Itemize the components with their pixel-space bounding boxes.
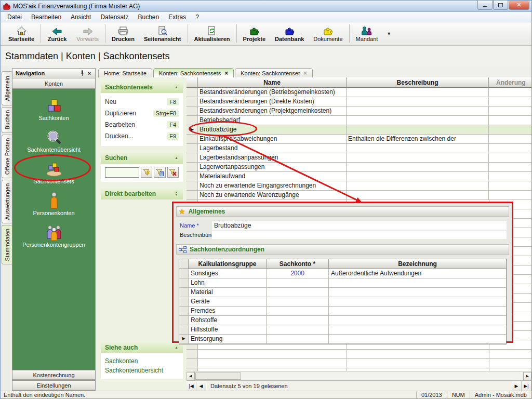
name-field[interactable]: Bruttoabzüge <box>212 221 507 230</box>
assignment-row[interactable]: Rohstoffe <box>179 316 506 325</box>
table-row[interactable]: Noch zu erwartende Eingangsrechnungen <box>187 181 531 191</box>
tab-konten-sachkontenset[interactable]: Konten: Sachkontenset × <box>235 68 313 77</box>
tab-konten-sachkontensets[interactable]: Konten: Sachkontensets × <box>153 68 234 77</box>
minimize-button[interactable] <box>477 1 493 10</box>
vorwaerts-button[interactable]: Vorwärts <box>72 23 103 44</box>
zurueck-button[interactable]: Zurück <box>43 23 72 44</box>
allgemeines-section-header[interactable]: ★ Allgemeines <box>176 206 509 217</box>
nav-button-einstellungen[interactable]: Einstellungen <box>12 380 95 390</box>
sachkontenzuordnungen-section-header[interactable]: Sachkontenzuordnungen <box>176 244 509 255</box>
menu-datei[interactable]: Datei <box>3 12 26 22</box>
menu-buchen[interactable]: Buchen <box>133 12 164 22</box>
row-selector[interactable] <box>179 278 189 288</box>
cell-sachkonto[interactable] <box>267 307 329 316</box>
row-selector[interactable] <box>187 153 198 163</box>
menu-hilfe[interactable]: ? <box>191 12 204 22</box>
seitenansicht-button[interactable]: Seitenansicht <box>139 23 186 44</box>
menu-datensatz[interactable]: Datensatz <box>96 12 133 22</box>
table-row[interactable]: Bestandsveränderungen (Direkte Kosten) <box>187 97 531 107</box>
table-row[interactable]: Lagerbestand <box>187 144 531 153</box>
cell-sachkonto[interactable]: 2000 <box>267 269 329 278</box>
last-record-button[interactable]: ▶| <box>522 381 531 391</box>
next-record-button[interactable]: ▶ <box>512 381 522 391</box>
close-icon[interactable]: × <box>86 70 93 76</box>
actions-card-header[interactable]: Sachkontensets ▲ <box>101 81 183 93</box>
first-record-button[interactable]: |◀ <box>187 381 196 391</box>
row-selector[interactable] <box>187 172 198 181</box>
side-tab-buchen[interactable]: Buchen <box>2 107 12 133</box>
scroll-right-icon[interactable]: ▶ <box>523 372 531 380</box>
startseite-button[interactable]: Startseite <box>4 23 39 44</box>
cell-sachkonto[interactable] <box>267 325 329 335</box>
dokumente-button[interactable]: Dokumente <box>309 23 347 44</box>
expand-icon[interactable]: ▲▼ <box>173 190 180 197</box>
datenbank-button[interactable]: Datenbank <box>270 23 309 44</box>
cell-sachkonto[interactable] <box>267 297 329 307</box>
mandant-button[interactable]: Mandant <box>351 23 383 44</box>
filter-define-button[interactable] <box>154 167 165 178</box>
see-also-header[interactable]: Siehe auch ▲ <box>101 341 183 353</box>
row-selector[interactable] <box>187 97 198 107</box>
nav-button-kostenrechnung[interactable]: Kostenrechnung <box>12 370 95 380</box>
row-selector[interactable] <box>187 191 198 200</box>
assignment-row[interactable]: Material <box>179 288 506 297</box>
previous-record-button[interactable]: ◀ <box>196 381 206 391</box>
link-sachkontenuebersicht[interactable]: Sachkontenübersicht <box>105 366 179 375</box>
assignment-row[interactable]: Fremdes <box>179 307 506 316</box>
row-selector[interactable] <box>179 269 189 278</box>
assignment-row[interactable]: Geräte <box>179 297 506 307</box>
side-tab-allgemein[interactable]: Allgemein <box>2 71 12 105</box>
table-row[interactable]: ▶Bruttoabzüge <box>187 125 531 135</box>
nav-item-personenkontengruppen[interactable]: Personenkontengruppen <box>12 224 95 248</box>
column-header-kalkulationsgruppe[interactable]: Kalkulationsgruppe <box>189 259 267 269</box>
pin-icon[interactable] <box>78 70 86 77</box>
command-bearbeiten[interactable]: Bearbeiten F4 <box>105 119 179 130</box>
row-selector[interactable] <box>187 88 198 97</box>
nav-item-personenkonten[interactable]: Personenkonten <box>12 192 95 216</box>
link-sachkonten[interactable]: Sachkonten <box>105 356 179 366</box>
nav-item-sachkonten[interactable]: Sachkonten <box>12 97 95 121</box>
column-header-sachkonto[interactable]: Sachkonto * <box>267 259 329 269</box>
row-selector[interactable]: ▶ <box>187 125 198 135</box>
direct-edit-header[interactable]: Direkt bearbeiten ▲▼ <box>101 188 183 200</box>
collapse-icon[interactable]: ▲ <box>173 84 180 90</box>
collapse-icon[interactable]: ▲ <box>173 154 180 161</box>
assignment-row[interactable]: Hilfsstoffe <box>179 325 506 335</box>
search-card-header[interactable]: Suchen ▲ <box>101 152 183 164</box>
menu-bearbeiten[interactable]: Bearbeiten <box>26 12 66 22</box>
assignment-row[interactable]: ▶Entsorgung <box>179 335 506 344</box>
row-selector[interactable] <box>187 181 198 191</box>
collapse-icon[interactable]: ▲ <box>173 344 180 351</box>
table-row[interactable]: EinkaufspreisabweichungenEnthalten die D… <box>187 135 531 144</box>
command-drucken[interactable]: Drucken... F9 <box>105 130 179 142</box>
table-row[interactable]: Lagerbestandsanpassungen <box>187 153 531 163</box>
beschreibung-field[interactable] <box>212 231 507 239</box>
table-row[interactable]: Betriebsbedarf <box>187 116 531 125</box>
table-row[interactable]: Bestandsveränderungen (Projektgemeinkost… <box>187 107 531 116</box>
column-header-bezeichnung[interactable]: Bezeichnung <box>329 259 506 269</box>
cell-sachkonto[interactable] <box>267 278 329 288</box>
nav-item-sachkontenuebersicht[interactable]: Sachkontenübersicht <box>12 129 95 153</box>
table-row[interactable]: Lagerwertanpassungen <box>187 163 531 172</box>
filter-remove-button[interactable] <box>167 167 179 178</box>
row-selector[interactable] <box>179 325 189 335</box>
row-selector[interactable] <box>187 135 198 144</box>
scrollbar-thumb[interactable] <box>195 373 241 380</box>
table-row[interactable]: Noch zu erwartende Warenzugänge <box>187 191 531 200</box>
cell-sachkonto[interactable] <box>267 316 329 325</box>
mandant-dropdown-arrow[interactable]: ▼ <box>382 23 395 44</box>
tab-home-startseite[interactable]: Home: Startseite <box>98 68 152 77</box>
column-header-aenderung[interactable]: Änderung <box>489 77 531 88</box>
table-row[interactable]: Materialaufwand <box>187 172 531 181</box>
side-tab-stammdaten[interactable]: Stammdaten <box>2 225 12 264</box>
cell-sachkonto[interactable] <box>267 288 329 297</box>
row-selector[interactable]: ▶ <box>179 335 189 344</box>
assignment-row[interactable]: Lohn <box>179 278 506 288</box>
scroll-left-icon[interactable]: ◀ <box>187 372 195 380</box>
row-selector[interactable] <box>179 297 189 307</box>
drucken-button[interactable]: Drucken <box>107 23 139 44</box>
row-selector[interactable] <box>179 316 189 325</box>
row-selector[interactable] <box>187 144 198 153</box>
row-selector[interactable] <box>179 307 189 316</box>
table-row[interactable]: Bestandsveränderungen (Betriebsgemeinkos… <box>187 88 531 97</box>
